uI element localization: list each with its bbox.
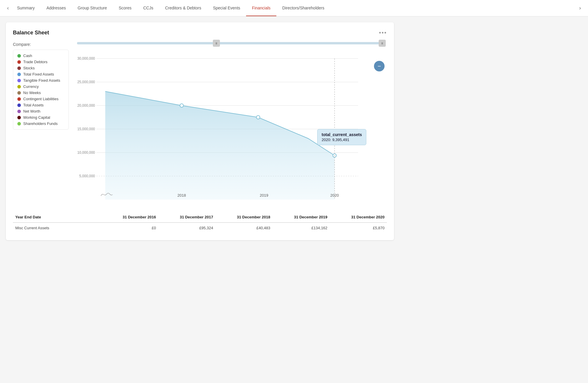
table-body: Misc Current Assets£0£95,324£40,483£134,… — [13, 223, 387, 233]
nav-prev-arrow[interactable]: ‹ — [5, 5, 11, 11]
table-cell-label-0: Misc Current Assets — [13, 223, 101, 233]
chart-area — [105, 91, 335, 200]
range-handle-left[interactable]: ⏸ — [213, 40, 220, 47]
card-menu-button[interactable]: ••• — [379, 29, 387, 36]
table-header-0: Year End Date — [13, 212, 101, 223]
navigation-bar: ‹ SummaryAddressesGroup StructureScoresC… — [0, 0, 588, 16]
legend-panel: Compare: CashTrade DebtorsStocksTotal Fi… — [13, 42, 69, 203]
legend-item-currency[interactable]: Currency — [17, 84, 64, 89]
chart-svg: 30,000,000 25,000,000 20,000,000 15,000,… — [76, 47, 364, 203]
legend-dot-total-assets — [17, 103, 21, 107]
nav-tab-financials[interactable]: Financials — [246, 0, 276, 16]
data-point-2018 — [256, 116, 260, 119]
chart-svg-wrapper: 30,000,000 25,000,000 20,000,000 15,000,… — [76, 47, 387, 203]
range-slider-row: ⏸ ⏸ — [76, 42, 387, 44]
svg-text:25,000,000: 25,000,000 — [77, 80, 95, 84]
legend-dot-trade-debtors — [17, 60, 21, 64]
table-header-3: 31 December 2018 — [216, 212, 273, 223]
nav-tab-special-events[interactable]: Special Events — [207, 0, 246, 16]
table-row-0: Misc Current Assets£0£95,324£40,483£134,… — [13, 223, 387, 233]
compare-label: Compare: — [13, 42, 69, 47]
legend-label-total-fixed-assets: Total Fixed Assets — [23, 72, 54, 76]
legend-dot-total-fixed-assets — [17, 73, 21, 76]
legend-item-total-assets[interactable]: Total Assets — [17, 103, 64, 107]
nav-tab-directors-shareholders[interactable]: Directors/Shareholders — [276, 0, 330, 16]
legend-label-currency: Currency — [23, 84, 39, 89]
nav-tabs-container: SummaryAddressesGroup StructureScoresCCJ… — [11, 0, 577, 16]
legend-item-no-weeks[interactable]: No Weeks — [17, 91, 64, 95]
legend-dot-working-capital — [17, 116, 21, 119]
minus-button[interactable]: − — [374, 61, 385, 71]
svg-text:20,000,000: 20,000,000 — [77, 103, 95, 108]
range-fill — [77, 42, 386, 44]
legend-dot-net-worth — [17, 110, 21, 113]
nav-tab-scores[interactable]: Scores — [113, 0, 138, 16]
legend-item-trade-debtors[interactable]: Trade Debtors — [17, 60, 64, 64]
legend-item-working-capital[interactable]: Working Capital — [17, 115, 64, 120]
legend-label-cash: Cash — [23, 53, 32, 58]
table-header-5: 31 December 2020 — [330, 212, 387, 223]
table-header-4: 31 December 2019 — [273, 212, 330, 223]
table-head: Year End Date31 December 201631 December… — [13, 212, 387, 223]
legend-label-total-assets: Total Assets — [23, 103, 44, 107]
svg-text:5,000,000: 5,000,000 — [79, 174, 95, 178]
legend-item-stocks[interactable]: Stocks — [17, 66, 64, 70]
chart-container: ⏸ ⏸ 30,000,000 — [76, 42, 387, 203]
balance-sheet-card: Balance Sheet ••• Compare: CashTrade Deb… — [6, 22, 394, 240]
svg-text:10,000,000: 10,000,000 — [77, 150, 95, 155]
legend-item-cash[interactable]: Cash — [17, 53, 64, 58]
legend-label-no-weeks: No Weeks — [23, 91, 41, 95]
svg-text:2020: 2020 — [330, 193, 339, 198]
legend-label-tangible-fixed-assets: Tangible Fixed Assets — [23, 78, 60, 83]
card-title: Balance Sheet — [13, 30, 49, 36]
svg-text:2019: 2019 — [260, 193, 268, 198]
legend-dot-tangible-fixed-assets — [17, 79, 21, 82]
legend-label-shareholders-funds: Shareholders Funds — [23, 121, 58, 126]
table-cell-0-4: £5,870 — [330, 223, 387, 233]
svg-text:2018: 2018 — [178, 193, 186, 198]
legend-item-contingent-liabilities[interactable]: Contingent Liabilities — [17, 97, 64, 101]
range-handle-right[interactable]: ⏸ — [379, 40, 386, 47]
table-header-row: Year End Date31 December 201631 December… — [13, 212, 387, 223]
card-header: Balance Sheet ••• — [13, 29, 387, 36]
compare-section: Compare: CashTrade DebtorsStocksTotal Fi… — [13, 42, 387, 203]
svg-text:15,000,000: 15,000,000 — [77, 127, 95, 131]
range-track[interactable]: ⏸ ⏸ — [77, 42, 386, 44]
nav-tab-group-structure[interactable]: Group Structure — [72, 0, 113, 16]
table-cell-0-3: £134,162 — [273, 223, 330, 233]
table-cell-0-1: £95,324 — [158, 223, 216, 233]
table-cell-0-2: £40,483 — [216, 223, 273, 233]
legend-dot-currency — [17, 85, 21, 88]
legend-dot-cash — [17, 54, 21, 58]
data-table: Year End Date31 December 201631 December… — [13, 212, 387, 233]
nav-next-arrow[interactable]: › — [577, 5, 583, 11]
main-content: Balance Sheet ••• Compare: CashTrade Deb… — [0, 16, 400, 246]
legend-dot-stocks — [17, 66, 21, 70]
table-cell-0-0: £0 — [101, 223, 158, 233]
table-header-1: 31 December 2016 — [101, 212, 158, 223]
legend-dot-no-weeks — [17, 91, 21, 95]
legend-label-net-worth: Net Worth — [23, 109, 40, 113]
nav-tab-creditors-debtors[interactable]: Creditors & Debtors — [159, 0, 207, 16]
legend-item-total-fixed-assets[interactable]: Total Fixed Assets — [17, 72, 64, 76]
nav-tab-ccjs[interactable]: CCJs — [137, 0, 159, 16]
legend-item-tangible-fixed-assets[interactable]: Tangible Fixed Assets — [17, 78, 64, 83]
legend-item-shareholders-funds[interactable]: Shareholders Funds — [17, 121, 64, 126]
legend-label-working-capital: Working Capital — [23, 115, 50, 120]
nav-tab-addresses[interactable]: Addresses — [41, 0, 72, 16]
legend-item-net-worth[interactable]: Net Worth — [17, 109, 64, 113]
legend-label-trade-debtors: Trade Debtors — [23, 60, 48, 64]
nav-tab-summary[interactable]: Summary — [11, 0, 41, 16]
legend-list: CashTrade DebtorsStocksTotal Fixed Asset… — [13, 50, 69, 130]
table-header-2: 31 December 2017 — [158, 212, 216, 223]
legend-dot-contingent-liabilities — [17, 97, 21, 101]
svg-text:30,000,000: 30,000,000 — [77, 56, 95, 61]
data-point-2017 — [180, 104, 183, 107]
legend-label-stocks: Stocks — [23, 66, 35, 70]
legend-dot-shareholders-funds — [17, 122, 21, 126]
legend-label-contingent-liabilities: Contingent Liabilities — [23, 97, 59, 101]
